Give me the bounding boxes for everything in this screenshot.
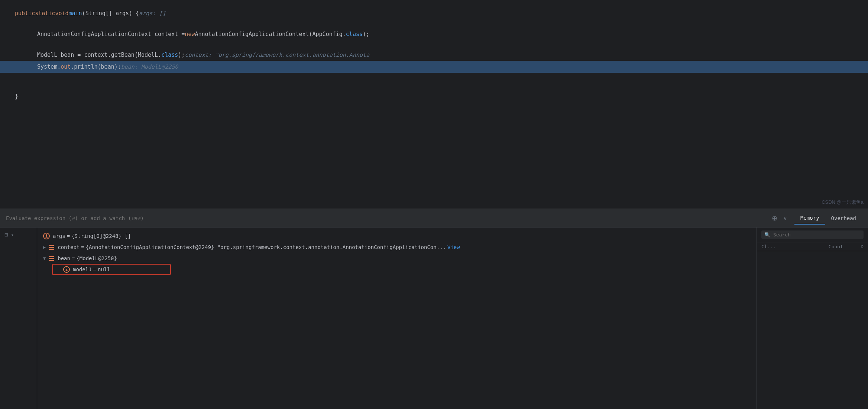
var-modelj-icon: i: [63, 266, 70, 273]
var-modelj-name: modelJ: [73, 266, 92, 272]
code-annotation-2: AnnotationConfigApplicationContext(AppCo…: [195, 30, 346, 39]
watermark: CSDN @一只饿鱼a: [822, 199, 864, 206]
sidebar-dropdown-arrow[interactable]: ▾: [11, 232, 14, 238]
code-bean-2: );: [178, 50, 185, 59]
code-annotation-3: );: [363, 30, 369, 39]
keyword-void: void: [55, 9, 68, 18]
code-editor: public static void main (String[] args) …: [0, 0, 868, 209]
code-system-2: .println(bean);: [71, 62, 121, 71]
bottom-content: ⊟ ▾ i args = {String[0]@2248} [] ▶: [0, 228, 868, 409]
left-sidebar: ⊟ ▾: [0, 228, 37, 409]
bottom-panel: ⊕ ∨ Memory Overhead ⊟ ▾ i: [0, 209, 868, 409]
dropdown-button[interactable]: ∨: [783, 215, 787, 221]
evaluate-icons: ⊕ ∨: [770, 213, 787, 224]
search-wrap: 🔍: [761, 230, 864, 239]
keyword-public: public: [15, 9, 35, 18]
keyword-class-2: class: [161, 50, 178, 59]
hint-bean: bean: ModelL@2250: [121, 62, 178, 71]
hint-context: context: "org.springframework.context.an…: [185, 50, 369, 59]
code-line-5: ModelL bean = context.getBean(ModelL. cl…: [0, 49, 868, 61]
code-annotation-1: AnnotationConfigApplicationContext conte…: [37, 30, 185, 39]
code-system-1: System.: [37, 62, 61, 71]
filter-row: ⊟ ▾: [0, 231, 37, 238]
right-panel: 🔍 Cl... Count D: [757, 228, 868, 409]
tab-memory[interactable]: Memory: [794, 212, 825, 225]
keyword-new: new: [185, 30, 195, 39]
right-panel-search[interactable]: [773, 232, 861, 238]
code-line-6: System. out .println(bean); bean: ModelL…: [0, 61, 868, 73]
code-spacer-4: [0, 82, 868, 91]
code-spacer-3: [0, 73, 868, 82]
code-line-9: }: [0, 91, 868, 102]
var-bean-name: bean: [58, 255, 70, 261]
var-modelj-value: null: [98, 266, 110, 272]
var-args-icon: i: [43, 233, 50, 239]
var-context-name: context: [58, 244, 80, 250]
var-modelj-row: i modelJ = null: [37, 264, 757, 275]
var-bean-value: {ModelL@2250}: [76, 255, 117, 261]
code-brace-close: }: [15, 92, 18, 101]
code-plain-1: (String[] args) {: [82, 9, 139, 18]
col-header-count: Count: [802, 244, 843, 249]
hint-args: args: []: [139, 9, 166, 18]
evaluate-bar: ⊕ ∨ Memory Overhead: [0, 209, 868, 228]
var-bean-icon: [48, 255, 55, 262]
highlight-box: [52, 264, 171, 275]
code-bean-1: ModelL bean = context.getBean(ModelL.: [37, 50, 161, 59]
keyword-class-1: class: [346, 30, 363, 39]
search-icon: 🔍: [764, 232, 770, 238]
keyword-static: static: [35, 9, 55, 18]
var-bean-expand[interactable]: ▼: [43, 256, 46, 261]
memory-overhead-tabs: Memory Overhead: [794, 212, 862, 225]
var-context-expand[interactable]: ▶: [43, 245, 46, 250]
search-bar-container: 🔍: [757, 228, 868, 242]
var-args-row: i args = {String[0]@2248} []: [37, 230, 757, 242]
tab-overhead[interactable]: Overhead: [825, 212, 862, 225]
var-args-name: args: [53, 233, 65, 239]
add-watch-button[interactable]: ⊕: [770, 213, 779, 224]
code-spacer-2: [0, 40, 868, 49]
col-header-d: D: [843, 244, 864, 249]
method-main: main: [69, 9, 82, 18]
code-spacer-1: [0, 19, 868, 28]
var-args-equals: =: [67, 233, 70, 239]
var-args-value: {String[0]@2248} []: [71, 233, 131, 239]
column-headers: Cl... Count D: [757, 242, 868, 251]
variables-panel: i args = {String[0]@2248} [] ▶: [37, 228, 757, 409]
filter-icon[interactable]: ⊟: [4, 231, 8, 238]
var-bean-row[interactable]: ▼ bean = {ModelL@2250}: [37, 253, 757, 264]
var-context-value: {AnnotationConfigApplicationContext@2249…: [86, 244, 446, 250]
var-context-row[interactable]: ▶ context = {AnnotationConfigApplication…: [37, 242, 757, 253]
var-context-icon: [48, 244, 55, 251]
col-header-cl: Cl...: [761, 244, 802, 249]
keyword-out: out: [61, 62, 71, 71]
main-container: public static void main (String[] args) …: [0, 0, 868, 409]
var-context-view[interactable]: View: [447, 244, 460, 250]
evaluate-input[interactable]: [6, 215, 770, 221]
code-line-1: public static void main (String[] args) …: [0, 7, 868, 19]
code-line-3: AnnotationConfigApplicationContext conte…: [0, 28, 868, 40]
